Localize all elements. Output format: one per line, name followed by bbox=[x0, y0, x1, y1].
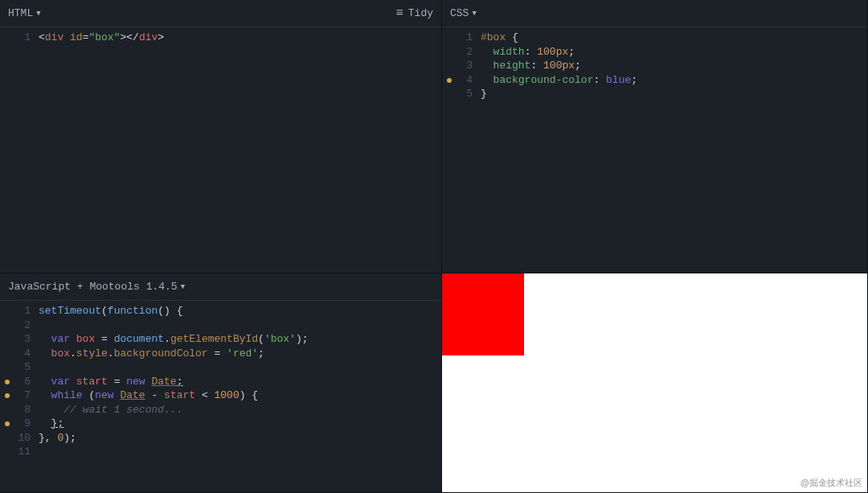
line-number: 3 bbox=[24, 333, 31, 345]
js-title-label: JavaScript + Mootools 1.4.5 bbox=[8, 281, 178, 293]
preview-box bbox=[442, 273, 524, 355]
js-pane: JavaScript + Mootools 1.4.5 ▼ 1 2 3 4 5 … bbox=[0, 273, 442, 493]
line-number: 5 bbox=[24, 361, 31, 373]
warning-dot-icon bbox=[5, 393, 10, 398]
html-pane-header: HTML ▼ Tidy bbox=[0, 0, 441, 27]
chevron-down-icon: ▼ bbox=[181, 283, 185, 291]
line-number: 4 bbox=[466, 74, 473, 86]
html-editor[interactable]: 1 <div id="box"></div> bbox=[0, 27, 441, 273]
js-code: setTimeout(function() { var box = docume… bbox=[39, 304, 441, 492]
line-number: 2 bbox=[466, 46, 473, 58]
line-number: 9 bbox=[24, 417, 31, 429]
tidy-icon bbox=[396, 6, 403, 20]
warning-dot-icon bbox=[447, 78, 452, 83]
line-number: 6 bbox=[24, 376, 31, 388]
js-pane-header: JavaScript + Mootools 1.4.5 ▼ bbox=[0, 273, 441, 301]
css-pane-title[interactable]: CSS ▼ bbox=[450, 7, 477, 19]
line-number: 4 bbox=[24, 347, 31, 359]
line-number: 8 bbox=[24, 404, 31, 416]
css-code: #box { width: 100px; height: 100px; back… bbox=[481, 31, 867, 273]
html-title-label: HTML bbox=[8, 7, 33, 19]
chevron-down-icon: ▼ bbox=[472, 10, 476, 18]
html-gutter: 1 bbox=[0, 31, 39, 273]
css-pane: CSS ▼ 1 2 3 4 5 #box { width: 100px; hei… bbox=[442, 0, 868, 273]
tidy-label: Tidy bbox=[408, 7, 433, 19]
css-pane-header: CSS ▼ bbox=[442, 0, 867, 27]
warning-dot-icon bbox=[5, 421, 10, 426]
line-number: 1 bbox=[24, 31, 31, 43]
line-number: 7 bbox=[24, 389, 31, 401]
js-gutter: 1 2 3 4 5 6 7 8 9 10 11 bbox=[0, 304, 39, 492]
css-editor[interactable]: 1 2 3 4 5 #box { width: 100px; height: 1… bbox=[442, 27, 867, 273]
js-editor[interactable]: 1 2 3 4 5 6 7 8 9 10 11 setTimeout(funct… bbox=[0, 301, 441, 492]
line-number: 2 bbox=[24, 319, 31, 331]
warning-dot-icon bbox=[5, 380, 10, 384]
line-number: 5 bbox=[466, 88, 473, 100]
line-number: 10 bbox=[18, 432, 31, 444]
chevron-down-icon: ▼ bbox=[36, 10, 40, 18]
html-pane-title[interactable]: HTML ▼ bbox=[8, 7, 41, 19]
html-code: <div id="box"></div> bbox=[39, 31, 441, 273]
preview-pane: @掘金技术社区 bbox=[442, 273, 868, 493]
css-gutter: 1 2 3 4 5 bbox=[442, 31, 481, 273]
line-number: 1 bbox=[466, 31, 473, 43]
html-pane: HTML ▼ Tidy 1 <div id="box"></div> bbox=[0, 0, 442, 273]
line-number: 1 bbox=[24, 305, 31, 317]
tidy-button[interactable]: Tidy bbox=[396, 6, 433, 20]
css-title-label: CSS bbox=[450, 7, 469, 19]
watermark: @掘金技术社区 bbox=[800, 477, 862, 489]
line-number: 11 bbox=[18, 446, 31, 458]
line-number: 3 bbox=[466, 60, 473, 72]
js-pane-title[interactable]: JavaScript + Mootools 1.4.5 ▼ bbox=[8, 281, 185, 293]
